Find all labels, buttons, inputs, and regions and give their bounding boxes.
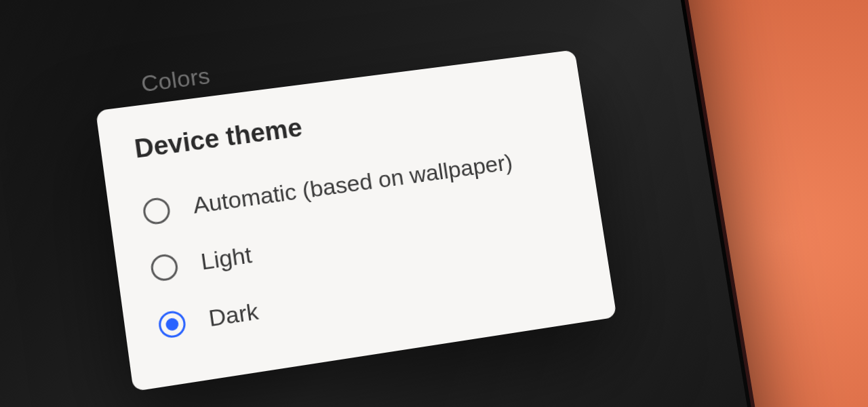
option-label: Dark <box>207 298 260 332</box>
device-theme-dialog: Device theme Automatic (based on wallpap… <box>96 50 617 391</box>
phone-wrap: Auto-rotate screen Colors Screen saver D… <box>0 0 773 407</box>
option-label: Light <box>199 241 254 275</box>
radio-icon <box>142 196 172 225</box>
phone-screen: Auto-rotate screen Colors Screen saver D… <box>0 0 773 407</box>
radio-icon <box>157 309 187 339</box>
radio-icon <box>149 252 179 282</box>
settings-row-auto-rotate[interactable]: Auto-rotate screen <box>127 0 323 3</box>
settings-row-colors[interactable]: Colors <box>140 62 212 97</box>
photo-scene: Auto-rotate screen Colors Screen saver D… <box>0 0 868 407</box>
